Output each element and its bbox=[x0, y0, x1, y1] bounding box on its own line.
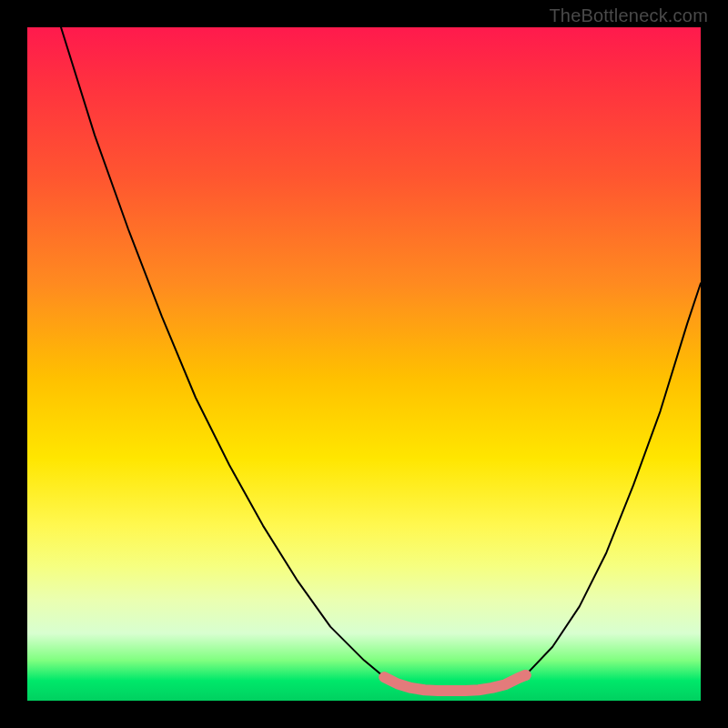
series-right-branch bbox=[526, 283, 701, 675]
series-left-branch bbox=[61, 27, 384, 677]
chart-svg bbox=[27, 27, 701, 701]
marker-dot bbox=[521, 670, 531, 681]
watermark-text: TheBottleneck.com bbox=[549, 5, 708, 26]
plot-area bbox=[27, 27, 701, 701]
series-marker-band bbox=[384, 675, 525, 691]
chart-frame: TheBottleneck.com bbox=[0, 0, 728, 728]
